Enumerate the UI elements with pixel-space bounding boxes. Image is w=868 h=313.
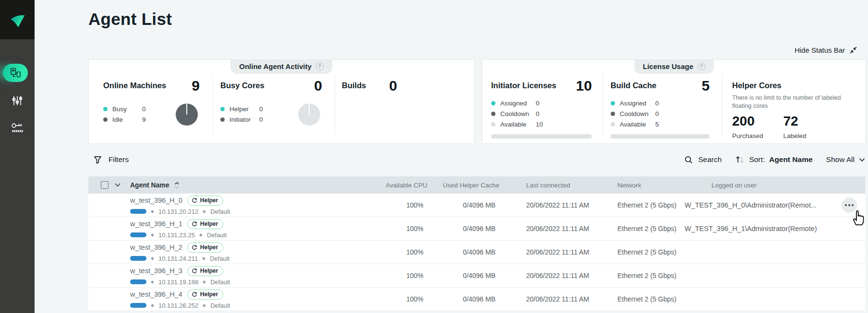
helper-badge: Helper [187,243,223,253]
agent-ip: 10.131.19.198 [158,278,198,286]
purchased-value: 200 [732,114,763,129]
legend-label: Assigned [620,100,655,107]
legend-label: Idle [112,116,142,123]
legend-label: Available [500,121,536,128]
helper-badge: Helper [187,266,223,276]
chevron-down-icon [859,158,865,162]
used-helper-cache-value: 0/4096 MB [440,295,512,303]
table-row[interactable]: w_test_396_H_3 Helper 10.131.19.198 Defa… [88,264,865,288]
legend-value: 0 [655,110,659,117]
column-header-available-cpu: Available CPU [382,182,440,189]
capacity-bar [130,279,146,284]
diamond-separator-icon [151,256,154,260]
helper-badge: Helper [187,290,223,300]
sort-chevrons-icon [174,182,180,189]
search-icon [684,155,693,164]
online-machines-pie-chart [176,104,198,126]
table-row[interactable]: w_test_396_H_0 Helper 10.131.20.212 Defa… [88,194,865,217]
diamond-separator-icon [203,303,206,307]
helper-cores-section: Helper Cores There is no limit to the nu… [723,60,866,143]
purchased-label: Purchased [732,132,763,139]
agent-group: Default [210,208,230,215]
last-connected-value: 20/06/2022 11:11 AM [512,225,603,232]
available-cpu-value: 100% [382,295,440,303]
filters-label: Filters [108,155,129,164]
idle-dot [103,117,108,122]
available-cpu-value: 100% [382,248,440,256]
license-usage-badge: License Usage ? [634,60,714,74]
legend-label: Assigned [500,100,536,107]
key-icon [11,122,24,135]
filters-button[interactable]: Filters [88,155,129,164]
sidebar-item-agents[interactable] [0,63,35,82]
network-value: Ethernet 2 (5 Gbps) [603,248,685,256]
used-helper-cache-value: 0/4096 MB [440,272,512,279]
legend: Busy 0 Idle 9 [103,105,146,123]
table-row[interactable]: w_test_396_H_1 Helper 10.131.23.25 Defau… [88,217,865,241]
available-dot [491,122,495,127]
used-helper-cache-value: 0/4096 MB [440,201,512,209]
help-icon[interactable]: ? [698,63,705,70]
helper-badge: Helper [187,196,223,206]
legend-value: 0 [142,105,146,113]
diamond-separator-icon [151,280,154,283]
more-options-button[interactable] [842,197,857,213]
diamond-separator-icon [151,303,154,307]
show-all-dropdown[interactable]: Show All [826,155,865,164]
column-header-agent-name[interactable]: Agent Name [127,181,382,189]
agent-group: Default [210,255,229,262]
legend: Assigned 0 Cooldown 0 Available 5 [611,100,710,128]
network-value: Ethernet 2 (5 Gbps) [603,225,685,232]
filter-funnel-icon [93,155,102,164]
build-cache-usage-bar [611,134,710,139]
network-value: Ethernet 2 (5 Gbps) [603,272,685,279]
helper-cycle-icon [192,291,197,297]
builds-total: 0 [389,79,397,93]
available-cpu-value: 100% [382,272,440,279]
helper-badge: Helper [187,219,223,229]
online-machines-total: 9 [192,79,200,93]
help-icon[interactable]: ? [316,63,324,70]
app-logo[interactable] [0,0,35,39]
cooldown-dot [491,112,495,116]
select-menu-chevron-icon[interactable] [115,183,121,187]
table-row[interactable]: w_test_396_H_2 Helper 10.131.24.211 Defa… [88,241,865,264]
table-row[interactable]: w_test_396_H_4 Helper 10.131.26.252 Defa… [88,288,865,311]
agent-name: w_test_396_H_2 [130,243,182,251]
logged-on-user-value: W_TEST_396_H_1\Administrator(Remote) [685,225,833,232]
table-toolbar: Filters Search Sort: Agent Name Show All [88,151,865,169]
busy-dot [103,107,108,111]
section-title: Initiator Licenses [491,81,556,90]
legend-value: 0 [259,105,263,113]
column-header-network: Network [603,182,685,189]
legend-value: 0 [259,116,263,123]
table-header-row: Agent Name Available CPU Used Helper Cac… [88,176,865,194]
used-helper-cache-value: 0/4096 MB [440,248,512,256]
network-value: Ethernet 2 (5 Gbps) [603,201,685,209]
build-cache-total: 5 [701,79,710,93]
agent-group: Default [207,232,227,239]
diamond-separator-icon [151,209,154,213]
capacity-bar [130,303,146,308]
sort-control[interactable]: Sort: Agent Name [735,155,812,164]
hide-status-bar-button[interactable]: Hide Status Bar [795,46,857,54]
legend-label: Cooldown [620,110,655,117]
agent-name: w_test_396_H_3 [130,267,182,275]
column-header-used-helper-cache: Used Helper Cache [440,182,512,189]
online-agent-activity-badge: Online Agent Activity ? [230,60,332,74]
sidebar-item-settings[interactable] [0,91,35,110]
section-title: Online Machines [103,81,166,90]
sidebar-item-license[interactable] [0,119,35,138]
busy-cores-pie-chart [298,104,320,126]
last-connected-value: 20/06/2022 11:11 AM [512,272,603,279]
legend-label: Initiator [229,116,259,123]
select-all-checkbox[interactable] [101,181,108,189]
cooldown-dot [611,112,615,116]
available-dot [611,122,615,127]
assigned-dot [611,101,615,105]
show-all-label: Show All [826,155,855,164]
last-connected-value: 20/06/2022 11:11 AM [512,201,603,209]
search-button[interactable]: Search [684,155,722,164]
section-title: Builds [342,81,366,90]
hide-status-bar-label: Hide Status Bar [795,46,845,54]
